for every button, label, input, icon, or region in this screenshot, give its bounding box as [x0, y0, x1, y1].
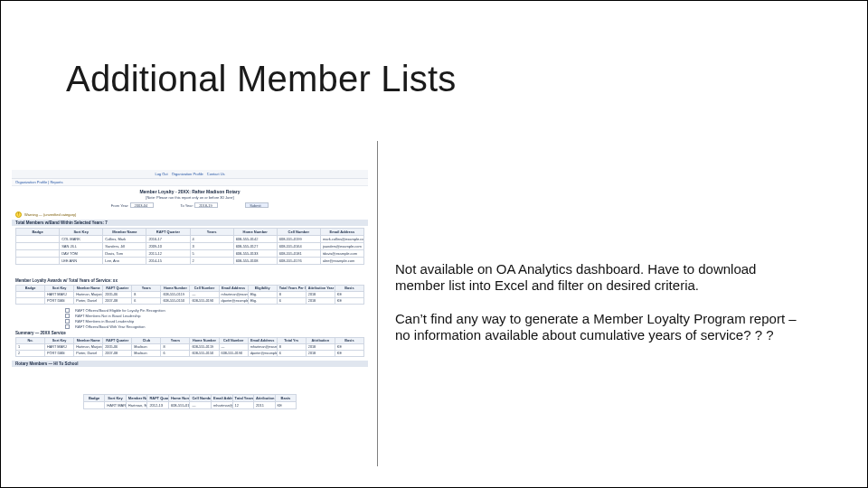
- col: Badge: [16, 229, 60, 236]
- cell: 2011-12: [146, 250, 190, 258]
- legend-text: RAFT Officers/Board With Year Recognitio…: [75, 324, 145, 329]
- topbar-link-logout: Log Out: [155, 172, 167, 176]
- table-row: DAV TOMDavis, Tom2011-125608-555-0133608…: [16, 250, 364, 258]
- cell: HART MARJ: [45, 292, 74, 298]
- report1-subtitle: [Note: Please run this report only on or…: [12, 195, 368, 200]
- col: No.: [16, 338, 45, 344]
- col: Member Name: [103, 229, 146, 236]
- col: Basis: [335, 286, 363, 292]
- col: Email Address: [211, 395, 232, 402]
- cell: 608-555-0108: [233, 258, 277, 265]
- cell: Hartman, Marjorie: [74, 292, 103, 298]
- checkbox-icon: [65, 324, 70, 329]
- cell: 6: [277, 351, 306, 357]
- filter-to-label: To Year:: [181, 203, 193, 208]
- col: Home Number: [233, 229, 277, 236]
- cell: HART MARJ: [45, 344, 74, 351]
- cell: 2018: [306, 344, 335, 351]
- cell: PORT DAN: [45, 351, 74, 357]
- cell: 6: [161, 351, 190, 357]
- cell: 608-555-0190: [219, 351, 248, 357]
- cell: 608-555-0127: [233, 243, 277, 250]
- slide-title: Additional Member Lists: [66, 59, 456, 99]
- cell: Davis, Tom: [103, 250, 146, 258]
- cell: 608-555-0176: [277, 258, 320, 265]
- cell: [16, 250, 60, 258]
- col: RAFT Quarter: [146, 229, 190, 236]
- legend-row: RAFT Members in Board Leadership: [65, 319, 315, 324]
- col: Attribution Year: [254, 395, 276, 402]
- warning-text: Warning — (unverified category): [24, 212, 76, 217]
- cell: Elig.: [248, 298, 277, 305]
- report2-legend: RAFT Officers/Board Eligible for Loyalty…: [65, 308, 315, 329]
- cell: —: [190, 402, 212, 409]
- col: Attribution Year: [306, 286, 335, 292]
- col: Sort Key: [60, 229, 103, 236]
- cell: KE: [275, 402, 297, 409]
- report1-section-header: Total Members w/Band Within Selected Yea…: [12, 220, 368, 226]
- cell: 3: [190, 243, 233, 250]
- cell: 2014-15: [146, 258, 190, 265]
- cell: SAN JILL: [60, 243, 103, 250]
- cell: 8: [277, 344, 306, 351]
- cell: 608-555-0199: [277, 236, 320, 243]
- cell: HART MARJ: [105, 402, 127, 409]
- cell: LEE ANN: [60, 258, 103, 265]
- cell: Sanders, Jill: [103, 243, 146, 250]
- report-screenshot-1: Log Out Organization Profile Contact Us …: [12, 170, 368, 271]
- cell: [16, 298, 45, 305]
- vertical-divider: [377, 141, 378, 466]
- cell: 8: [132, 292, 161, 298]
- cell: KE: [335, 344, 363, 351]
- cell: KE: [335, 292, 363, 298]
- topbar-link-contact: Contact Us: [207, 172, 225, 176]
- cell: Hartman, Marjorie: [126, 402, 147, 409]
- cell: 608-555-0164: [277, 243, 320, 250]
- cell: [16, 258, 60, 265]
- col: Club: [132, 338, 161, 344]
- cell: Elig.: [248, 292, 277, 298]
- cell: 2011: [254, 402, 276, 409]
- cell: 6: [277, 298, 306, 305]
- col: Years: [132, 286, 161, 292]
- cell: 2012-13: [147, 402, 169, 409]
- col: RAFT Quarter: [103, 338, 132, 344]
- report3-table: BadgeSort KeyMember NameRAFT QuarterHome…: [83, 394, 297, 409]
- body-text-column: Not available on OA Analytics dashboard.…: [395, 261, 807, 360]
- report2-band2-title: Summary — 20XX Service: [15, 331, 364, 335]
- col: Cell Number: [190, 395, 212, 402]
- cell: mhartman@example.com: [219, 292, 248, 298]
- topbar-link-orgprofile: Organization Profile: [172, 172, 203, 176]
- cell: dporter@example.com: [219, 298, 248, 305]
- col: Years: [190, 229, 233, 236]
- cell: Madison: [132, 351, 161, 357]
- cell: COL MARK: [60, 236, 103, 243]
- table-row: PORT DANPorter, Daniel2007-086608-555-01…: [16, 298, 364, 305]
- col: Badge: [16, 286, 45, 292]
- report1-title: Member Loyalty - 20XX: Rafter Madison Ro…: [12, 189, 368, 194]
- table-row: SAN JILLSanders, Jill2009-103608-555-012…: [16, 243, 364, 250]
- report2-table1: BadgeSort KeyMember NameRAFT QuarterYear…: [15, 285, 364, 305]
- cell: 608-555-0142: [233, 236, 277, 243]
- report2-band1-title: Member Loyalty Awards w/ Total Years of …: [15, 278, 364, 283]
- cell: Collins, Mark: [103, 236, 146, 243]
- body-paragraph-1: Not available on OA Analytics dashboard.…: [395, 261, 807, 295]
- legend-text: RAFT Members in Board Leadership: [75, 319, 134, 324]
- cell: 8: [277, 292, 306, 298]
- cell: 608-555-0119: [190, 344, 219, 351]
- cell: 6: [132, 298, 161, 305]
- cell: 2009-10: [146, 243, 190, 250]
- col: Member Name: [74, 286, 103, 292]
- cell: 2005-06: [103, 292, 132, 298]
- col: Sort Key: [45, 338, 74, 344]
- cell: mhartman@example.com: [248, 344, 277, 351]
- col: Total Years Per Club: [277, 286, 306, 292]
- table-row: LEE ANNLee, Ann2014-152608-555-0108608-5…: [16, 258, 364, 265]
- col: Home Number: [161, 286, 190, 292]
- cell: PORT DAN: [45, 298, 74, 305]
- col: Years: [161, 338, 190, 344]
- cell: dporter@example.com: [248, 351, 277, 357]
- report1-filter-row: From Year: 2003-04 To Year: 2018-19 Subm…: [12, 202, 368, 208]
- cell: [16, 243, 60, 250]
- table-row: 2PORT DANPorter, Daniel2007-08Madison660…: [16, 351, 364, 357]
